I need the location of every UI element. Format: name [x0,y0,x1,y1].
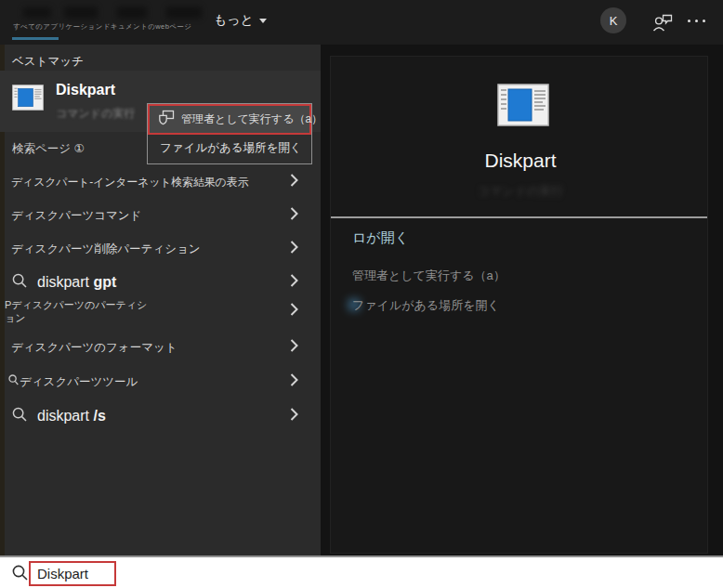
preview-app-title: Diskpart [335,150,706,172]
diskpart-app-icon [12,84,44,115]
search-icon [12,407,27,425]
diskpart-app-icon-large [497,84,549,130]
dot [695,20,698,22]
result-label: ディスクパーツのフォーマット [11,340,177,356]
chevron-down-icon [259,19,267,23]
search-icon [8,373,19,390]
open-file-location-action[interactable]: ファイルがある場所を開く [352,297,500,314]
run-as-admin-action[interactable]: 管理者として実行する（a） [352,268,506,284]
search-pages-header: 検索ページ ① [12,141,85,157]
best-match-header: ベストマッチ [12,54,84,70]
query-annotation-box: Diskpart [29,561,116,586]
dot [688,20,690,22]
result-row[interactable]: ディスクパーツのフォーマット [0,336,321,359]
tab-web-redacted[interactable] [166,7,202,19]
open-file-location-label: ファイルがある場所を開く [160,140,302,156]
avatar-initial: K [610,14,618,28]
tabs-caption: すべてのアプリケーションドキュメントのwebページ [13,22,191,32]
preview-panel: Diskpart コマンドの実行 ロが開く 管理者として実行する（a） ファイル… [321,45,723,555]
chevron-right-icon [290,408,298,425]
preview-card: Diskpart コマンドの実行 ロが開く 管理者として実行する（a） ファイル… [330,56,708,554]
context-menu: 管理者として実行する（a） ファイルがある場所を開く [147,103,312,164]
chevron-right-icon [290,207,298,224]
query-suggestion: diskpart gpt [37,274,116,291]
query-suggestion: diskpart /s [37,408,106,425]
result-row[interactable]: ディスクパーツコマンド [0,204,321,227]
avatar[interactable]: K [600,7,626,33]
taskbar-search-bar[interactable]: Diskpart [0,555,723,588]
result-row[interactable]: ディスクパーツ削除パーティション [0,238,321,260]
result-label: ディスクパーツ削除パーティション [11,242,201,257]
feedback-icon[interactable] [651,12,674,36]
result-label: Pディスクパーツのパーティシ ョン [5,298,147,324]
active-tab-underline [12,37,59,40]
dot [703,20,705,22]
result-row-query[interactable]: diskpart gpt [0,271,321,294]
result-row-query[interactable]: diskpart /s [0,405,321,427]
search-input[interactable]: Diskpart [37,566,88,581]
best-match-subtitle: コマンドの実行 [56,106,135,122]
open-file-location-menu-item[interactable]: ファイルがある場所を開く [148,135,311,162]
best-match-title: Diskpart [56,82,115,98]
result-label: ディスクパーツコマンド [11,208,141,224]
chevron-right-icon [290,373,298,390]
chevron-right-icon [290,274,298,291]
result-row[interactable]: ディスクパート-インターネット検索結果の表示 [0,171,321,193]
search-header: すべてのアプリケーションドキュメントのwebページ もっと K [0,0,723,45]
tab-all-redacted[interactable] [23,7,51,18]
more-options-icon[interactable] [688,20,705,22]
chevron-right-icon [290,339,298,356]
more-button[interactable]: もっと [214,12,267,29]
search-icon [12,565,28,584]
result-label: ディスクパート-インターネット検索結果の表示 [11,175,248,190]
run-as-admin-menu-item[interactable]: 管理者として実行する（a） [148,104,311,135]
tab-apps-redacted[interactable] [64,7,98,19]
search-icon [12,273,27,292]
admin-shield-icon [158,110,175,129]
preview-app-subtitle: コマンドの実行 [335,183,706,200]
chevron-right-icon [290,241,298,257]
divider [331,216,707,218]
result-row[interactable]: ディスクパーツツール [0,371,321,393]
result-row[interactable]: Pディスクパーツのパーティシ ョン [0,297,321,325]
tab-documents-redacted[interactable] [117,7,147,19]
chevron-right-icon [290,174,298,190]
chevron-right-icon [290,303,298,320]
more-label: もっと [214,12,254,29]
result-label: ディスクパーツツール [20,374,138,390]
run-as-admin-label: 管理者として実行する（a） [181,111,322,127]
open-action[interactable]: ロが開く [352,229,409,247]
